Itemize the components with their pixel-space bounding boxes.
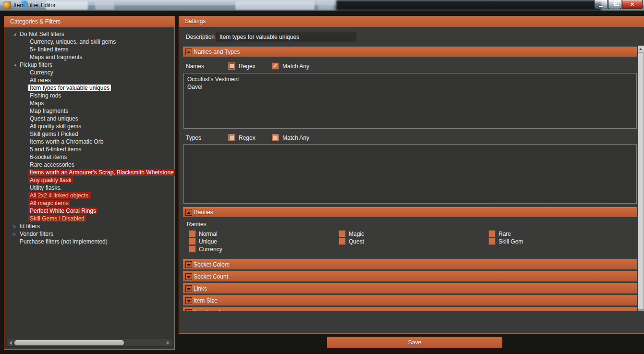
- tree-item[interactable]: Maps and fragments: [5, 53, 174, 61]
- tree-expander-icon[interactable]: [13, 124, 18, 129]
- tree-item[interactable]: Item types for valuable uniques: [5, 84, 174, 92]
- rarity-option[interactable]: Skill Gem: [488, 238, 632, 245]
- names-types-header[interactable]: Names and Types: [183, 47, 637, 57]
- tree-item[interactable]: All rares: [5, 76, 174, 84]
- tree-expander-icon[interactable]: [13, 55, 18, 60]
- tree-item[interactable]: 5+ linked items: [5, 46, 174, 53]
- tree-item[interactable]: All quality skill gems: [5, 122, 174, 130]
- tree-item[interactable]: Rare accessories: [5, 161, 174, 169]
- tree-item[interactable]: Do Not Sell filters: [5, 30, 174, 38]
- checkbox-icon[interactable]: [189, 230, 196, 237]
- tree-expander-icon[interactable]: [13, 171, 18, 175]
- tree-item[interactable]: Id filters: [5, 222, 174, 230]
- tree-item[interactable]: 6-socket items: [5, 153, 174, 161]
- collapse-up-icon[interactable]: [185, 49, 192, 55]
- tree-item[interactable]: Quest and uniques: [5, 115, 174, 122]
- types-textarea[interactable]: [183, 144, 637, 204]
- names-regex-checkbox[interactable]: [228, 62, 235, 70]
- tree-expander-icon[interactable]: [13, 109, 18, 114]
- tree-expander-icon[interactable]: [13, 178, 18, 183]
- tree-item[interactable]: 5 and 6-linked items: [5, 146, 174, 153]
- tree-expander-icon[interactable]: [13, 101, 18, 106]
- tree-expander-icon[interactable]: [13, 94, 18, 98]
- tree-item[interactable]: Skill Gems I Disabled: [5, 215, 174, 222]
- collapse-up-icon[interactable]: [185, 209, 192, 216]
- names-match-any-checkbox[interactable]: [272, 62, 279, 70]
- tree-item[interactable]: Vendor filters: [5, 230, 174, 238]
- tree-item[interactable]: Map fragments: [5, 107, 174, 115]
- tree-expander-icon[interactable]: [13, 147, 18, 152]
- minimize-button[interactable]: [594, 0, 608, 9]
- tree-expander-icon[interactable]: [13, 217, 18, 221]
- rarity-option[interactable]: Quest: [339, 238, 483, 245]
- checkbox-icon[interactable]: [189, 238, 196, 245]
- tree-item[interactable]: Utility flasks.: [5, 184, 174, 192]
- tree-item[interactable]: All magic items: [5, 199, 174, 207]
- checkbox-icon[interactable]: [488, 230, 496, 237]
- tree-expander-icon[interactable]: [13, 240, 18, 244]
- checkbox-icon[interactable]: [339, 238, 346, 245]
- collapsed-section-header[interactable]: Links: [183, 283, 637, 293]
- tree-item[interactable]: Purchase filters (not implemented): [5, 238, 174, 245]
- tree-expander-icon[interactable]: [13, 32, 18, 37]
- rarity-option[interactable]: Unique: [189, 238, 333, 245]
- tree-expander-icon[interactable]: [13, 232, 18, 237]
- collapsed-section-header[interactable]: Socket Count: [183, 271, 637, 281]
- tree-expander-icon[interactable]: [13, 40, 18, 45]
- tree-item[interactable]: Currency: [5, 69, 174, 76]
- close-button[interactable]: ✕: [622, 0, 643, 9]
- tree-item[interactable]: Maps: [5, 99, 174, 107]
- tree-expander-icon[interactable]: [13, 194, 18, 198]
- rarity-option[interactable]: Magic: [339, 230, 483, 238]
- types-regex-checkbox[interactable]: [228, 134, 235, 141]
- vertical-scrollbar[interactable]: [638, 46, 644, 311]
- tree-expander-icon[interactable]: [13, 163, 18, 168]
- checkbox-icon[interactable]: [189, 245, 196, 253]
- tree-expander-icon[interactable]: [13, 209, 18, 214]
- tree-expander-icon[interactable]: [13, 48, 18, 52]
- expand-down-icon[interactable]: [185, 297, 192, 304]
- tree-expander-icon[interactable]: [13, 63, 18, 68]
- tree-expander-icon[interactable]: [13, 155, 18, 160]
- collapsed-section-header[interactable]: Socket Colors: [183, 259, 637, 269]
- checkbox-icon[interactable]: [339, 230, 346, 237]
- tree-expander-icon[interactable]: [13, 186, 18, 191]
- horizontal-scroll-thumb[interactable]: [14, 340, 124, 345]
- tree-item[interactable]: Skill gems I Picked: [5, 130, 174, 138]
- tree-item[interactable]: All 2x2 4 linked objects.: [5, 192, 174, 199]
- tree-expander-icon[interactable]: [13, 86, 18, 91]
- tree-item[interactable]: Items worth a Chromatic Orb: [5, 138, 174, 146]
- save-button[interactable]: Save: [327, 336, 503, 349]
- tree-expander-icon[interactable]: [13, 78, 18, 83]
- tree-item[interactable]: Perfect White Coral Rings: [5, 207, 174, 215]
- expand-down-icon[interactable]: [185, 309, 192, 311]
- scroll-left-icon[interactable]: [9, 341, 12, 345]
- tree-expander-icon[interactable]: [13, 117, 18, 122]
- tree-item[interactable]: Currency, uniques, and skill gems: [5, 38, 174, 46]
- tree-expander-icon[interactable]: [13, 132, 18, 137]
- description-input[interactable]: [217, 32, 356, 42]
- scroll-right-icon[interactable]: [167, 341, 170, 345]
- tree-item[interactable]: Items worth an Armourer's Scrap, Blacksm…: [5, 169, 174, 176]
- rarity-option[interactable]: Normal: [189, 230, 333, 238]
- collapsed-section-header[interactable]: Item Size: [183, 295, 637, 305]
- tree-item[interactable]: Fishing rods: [5, 92, 174, 99]
- collapsed-section-header[interactable]: Item Level: [183, 307, 637, 311]
- tree-expander-icon[interactable]: [13, 140, 18, 145]
- rarities-header[interactable]: Rarities: [183, 207, 637, 217]
- scroll-up-icon[interactable]: [638, 46, 644, 52]
- tree-expander-icon[interactable]: [13, 201, 18, 206]
- titlebar[interactable]: Item Filter Editor ✕: [0, 0, 644, 11]
- expand-down-icon[interactable]: [185, 285, 192, 292]
- rarity-option[interactable]: Rare: [488, 230, 632, 238]
- vertical-scroll-thumb[interactable]: [638, 53, 644, 310]
- horizontal-scrollbar[interactable]: [6, 339, 172, 347]
- tree-item[interactable]: Pickup filters: [5, 61, 174, 69]
- tree-expander-icon[interactable]: [13, 224, 18, 229]
- expand-down-icon[interactable]: [185, 261, 192, 268]
- expand-down-icon[interactable]: [185, 273, 192, 280]
- restore-button[interactable]: [608, 0, 621, 9]
- names-textarea[interactable]: Occultist's Vestment Gavel: [183, 73, 637, 129]
- rarity-option[interactable]: Currency: [189, 245, 333, 253]
- tree-expander-icon[interactable]: [13, 71, 18, 75]
